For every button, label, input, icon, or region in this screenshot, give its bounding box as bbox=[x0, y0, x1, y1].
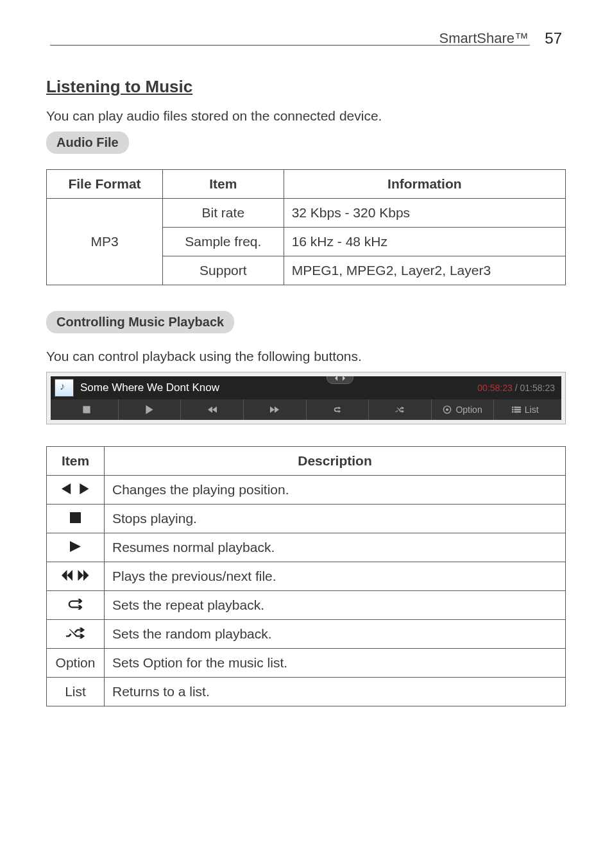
th-file-format: File Format bbox=[47, 170, 163, 199]
td-text: Option bbox=[47, 649, 105, 678]
table-row: Stops playing. bbox=[47, 505, 566, 533]
shuffle-icon bbox=[395, 405, 404, 414]
svg-rect-12 bbox=[512, 409, 513, 410]
svg-rect-14 bbox=[512, 411, 513, 412]
prev-button[interactable] bbox=[181, 399, 244, 420]
svg-marker-1 bbox=[343, 376, 345, 381]
player-wrapper: Some Where We Dont Know 00:58:23 / 01:58… bbox=[46, 372, 566, 424]
table-row: MP3 Bit rate 32 Kbps - 320 Kbps bbox=[47, 199, 566, 228]
page-number: 57 bbox=[545, 29, 562, 47]
album-art-icon bbox=[55, 379, 74, 397]
svg-marker-4 bbox=[212, 406, 217, 413]
svg-marker-6 bbox=[270, 406, 275, 413]
td-desc: Changes the playing position. bbox=[105, 476, 566, 505]
td-desc: Stops playing. bbox=[105, 505, 566, 533]
td-item: Bit rate bbox=[162, 199, 284, 228]
th-item: Item bbox=[47, 447, 105, 476]
next-button[interactable] bbox=[244, 399, 307, 420]
td-icon bbox=[47, 476, 105, 505]
repeat-button[interactable] bbox=[307, 399, 370, 420]
leftright-icon bbox=[62, 483, 89, 494]
svg-marker-7 bbox=[275, 406, 279, 413]
td-icon bbox=[47, 562, 105, 591]
svg-marker-0 bbox=[335, 376, 337, 381]
prevnext-icon bbox=[62, 570, 89, 581]
table-header-row: File Format Item Information bbox=[47, 170, 566, 199]
td-item: Support bbox=[162, 256, 284, 285]
svg-marker-23 bbox=[83, 570, 89, 581]
td-desc: Plays the previous/next file. bbox=[105, 562, 566, 591]
option-button[interactable]: Option bbox=[432, 399, 495, 420]
svg-point-9 bbox=[446, 408, 448, 411]
play-icon bbox=[70, 541, 81, 552]
time-total: 01:58:23 bbox=[520, 383, 556, 393]
repeat-icon bbox=[333, 405, 342, 414]
svg-marker-20 bbox=[67, 570, 73, 581]
option-label: Option bbox=[455, 405, 482, 415]
th-information: Information bbox=[284, 170, 565, 199]
td-info: 32 Kbps - 320 Kbps bbox=[284, 199, 565, 228]
list-button[interactable]: List bbox=[494, 399, 556, 420]
td-text: List bbox=[47, 678, 105, 706]
td-desc: Sets Option for the music list. bbox=[105, 649, 566, 678]
page: SmartShare™ 57 Listening to Music You ca… bbox=[0, 0, 612, 758]
table-row: Sets the repeat playback. bbox=[47, 591, 566, 620]
svg-rect-18 bbox=[70, 512, 81, 523]
th-item: Item bbox=[162, 170, 284, 199]
td-icon bbox=[47, 505, 105, 533]
play-button[interactable] bbox=[119, 399, 182, 420]
td-info: 16 kHz - 48 kHz bbox=[284, 228, 565, 256]
svg-marker-5 bbox=[208, 406, 212, 413]
pill-audio-file: Audio File bbox=[46, 131, 129, 154]
svg-marker-17 bbox=[80, 483, 89, 494]
table-row: List Returns to a list. bbox=[47, 678, 566, 706]
stop-icon bbox=[70, 512, 81, 523]
svg-marker-3 bbox=[146, 405, 153, 414]
time-elapsed: 00:58:23 bbox=[477, 383, 513, 393]
time-display: 00:58:23 / 01:58:23 bbox=[477, 383, 555, 393]
stop-button[interactable] bbox=[56, 399, 119, 420]
td-desc: Returns to a list. bbox=[105, 678, 566, 706]
svg-rect-2 bbox=[83, 406, 90, 413]
td-format: MP3 bbox=[47, 199, 163, 285]
svg-marker-22 bbox=[78, 570, 84, 581]
td-icon bbox=[47, 620, 105, 649]
shuffle-button[interactable] bbox=[369, 399, 432, 420]
content: Listening to Music You can play audio fi… bbox=[46, 26, 566, 706]
controlling-intro-text: You can control playback using the follo… bbox=[46, 349, 566, 364]
repeat-icon bbox=[66, 599, 85, 610]
svg-rect-11 bbox=[514, 406, 521, 408]
td-icon bbox=[47, 533, 105, 562]
svg-rect-10 bbox=[512, 406, 513, 408]
player-top-row: Some Where We Dont Know 00:58:23 / 01:58… bbox=[51, 376, 561, 399]
music-player: Some Where We Dont Know 00:58:23 / 01:58… bbox=[51, 376, 561, 420]
grip-icon bbox=[332, 376, 348, 381]
stop-icon bbox=[82, 405, 91, 414]
table-header-row: Item Description bbox=[47, 447, 566, 476]
next-icon bbox=[270, 405, 279, 414]
td-info: MPEG1, MPEG2, Layer2, Layer3 bbox=[284, 256, 565, 285]
svg-rect-15 bbox=[514, 411, 521, 412]
td-icon bbox=[47, 591, 105, 620]
time-separator: / bbox=[513, 383, 520, 393]
table-row: Sets the random playback. bbox=[47, 620, 566, 649]
svg-marker-16 bbox=[62, 483, 71, 494]
pill-controlling-playback: Controlling Music Playback bbox=[46, 311, 234, 333]
svg-marker-19 bbox=[70, 541, 81, 552]
prev-icon bbox=[208, 405, 217, 414]
header-title: SmartShare™ bbox=[439, 30, 529, 47]
td-desc: Sets the repeat playback. bbox=[105, 591, 566, 620]
td-item: Sample freq. bbox=[162, 228, 284, 256]
table-controls-description: Item Description Changes the playing pos… bbox=[46, 446, 566, 706]
scrub-handle[interactable] bbox=[327, 376, 353, 384]
th-description: Description bbox=[105, 447, 566, 476]
gear-icon bbox=[443, 405, 452, 414]
svg-rect-13 bbox=[514, 409, 521, 410]
play-icon bbox=[145, 405, 154, 414]
table-row: Plays the previous/next file. bbox=[47, 562, 566, 591]
list-label: List bbox=[525, 405, 539, 415]
table-row: Resumes normal playback. bbox=[47, 533, 566, 562]
table-row: Option Sets Option for the music list. bbox=[47, 649, 566, 678]
table-audio-file-formats: File Format Item Information MP3 Bit rat… bbox=[46, 169, 566, 285]
heading-listening-to-music: Listening to Music bbox=[46, 77, 566, 97]
